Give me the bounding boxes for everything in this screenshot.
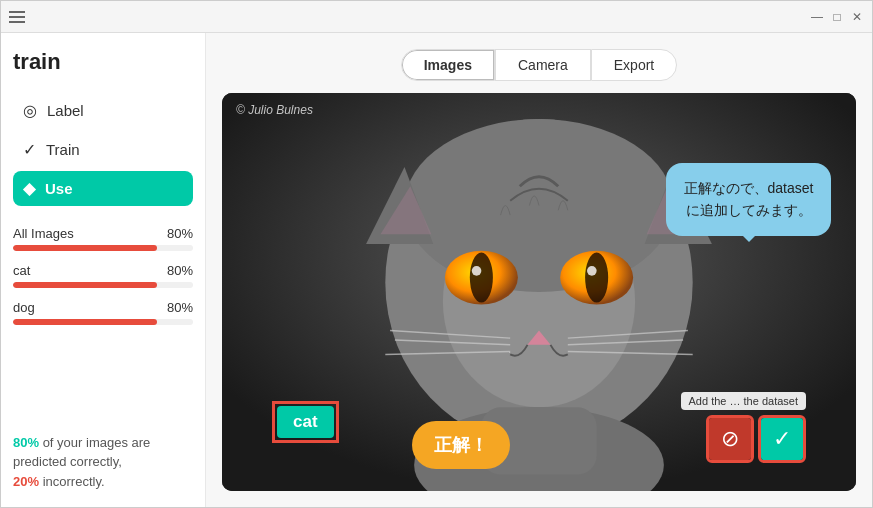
stat-all-images-bar	[13, 245, 193, 251]
deny-icon: ⊘	[721, 426, 739, 452]
sidebar-title: train	[13, 49, 193, 75]
stat-all-images-pct: 80%	[167, 226, 193, 241]
prediction-label: cat	[277, 406, 334, 438]
watermark: © Julio Bulnes	[236, 103, 313, 117]
train-icon: ✓	[23, 140, 36, 159]
label-border-box: cat	[272, 401, 339, 443]
close-button[interactable]: ✕	[850, 10, 864, 24]
minimize-button[interactable]: —	[810, 10, 824, 24]
stats-section: All Images 80% cat 80%	[13, 226, 193, 337]
tab-images[interactable]: Images	[401, 49, 495, 81]
stat-all-images: All Images 80%	[13, 226, 193, 251]
sidebar-item-train[interactable]: ✓ Train	[13, 132, 193, 167]
label-nav-text: Label	[47, 102, 84, 119]
sidebar: train ◎ Label ✓ Train ◆ Use All Images 8…	[1, 33, 206, 507]
stat-cat-label: cat	[13, 263, 30, 278]
svg-point-11	[472, 266, 482, 276]
maximize-button[interactable]: □	[830, 10, 844, 24]
action-area: Add the … the dataset ⊘ ✓	[681, 392, 806, 463]
content-area: Images Camera Export	[206, 33, 872, 507]
tab-export[interactable]: Export	[591, 49, 677, 81]
stat-all-images-label: All Images	[13, 226, 74, 241]
hamburger-icon[interactable]	[9, 11, 25, 23]
stat-cat-bar	[13, 282, 193, 288]
footer-green-pct: 80%	[13, 435, 39, 450]
accept-button[interactable]: ✓	[761, 418, 803, 460]
stat-dog-pct: 80%	[167, 300, 193, 315]
app-window: — □ ✕ train ◎ Label ✓ Train ◆ Use	[0, 0, 873, 508]
train-nav-text: Train	[46, 141, 80, 158]
sidebar-item-label[interactable]: ◎ Label	[13, 93, 193, 128]
titlebar-left	[9, 11, 25, 23]
stat-dog-bar	[13, 319, 193, 325]
correct-bubble: 正解！	[412, 421, 510, 469]
titlebar-controls: — □ ✕	[810, 10, 864, 24]
svg-point-14	[587, 266, 597, 276]
accept-button-border: ✓	[758, 415, 806, 463]
svg-point-10	[470, 253, 493, 303]
titlebar: — □ ✕	[1, 1, 872, 33]
stat-cat-fill	[13, 282, 157, 288]
speech-bubble-text: 正解なので、dataset に追加してみます。	[684, 180, 814, 218]
sidebar-item-use[interactable]: ◆ Use	[13, 171, 193, 206]
deny-button-border: ⊘	[706, 415, 754, 463]
tab-camera[interactable]: Camera	[495, 49, 591, 81]
footer-text2: predicted correctly,	[13, 454, 122, 469]
accept-icon: ✓	[773, 426, 791, 452]
stat-dog-label: dog	[13, 300, 35, 315]
label-icon: ◎	[23, 101, 37, 120]
use-icon: ◆	[23, 179, 35, 198]
speech-bubble: 正解なので、dataset に追加してみます。	[666, 163, 831, 236]
stat-cat-pct: 80%	[167, 263, 193, 278]
tab-bar: Images Camera Export	[222, 49, 856, 81]
add-dataset-label: Add the … the dataset	[681, 392, 806, 410]
svg-point-13	[585, 253, 608, 303]
speech-bubble-tail	[741, 234, 757, 250]
footer-text3: incorrectly.	[39, 474, 105, 489]
footer-red-pct: 20%	[13, 474, 39, 489]
stat-dog: dog 80%	[13, 300, 193, 325]
deny-button[interactable]: ⊘	[709, 418, 751, 460]
footer-text1: of your images are	[39, 435, 150, 450]
use-nav-text: Use	[45, 180, 73, 197]
stat-all-images-fill	[13, 245, 157, 251]
stat-dog-fill	[13, 319, 157, 325]
main-content: train ◎ Label ✓ Train ◆ Use All Images 8…	[1, 33, 872, 507]
action-buttons: ⊘ ✓	[706, 415, 806, 463]
footer-stats-text: 80% of your images are predicted correct…	[13, 417, 193, 492]
stat-cat: cat 80%	[13, 263, 193, 288]
image-container: © Julio Bulnes cat 正解！ 正解なので、dataset に追加…	[222, 93, 856, 491]
